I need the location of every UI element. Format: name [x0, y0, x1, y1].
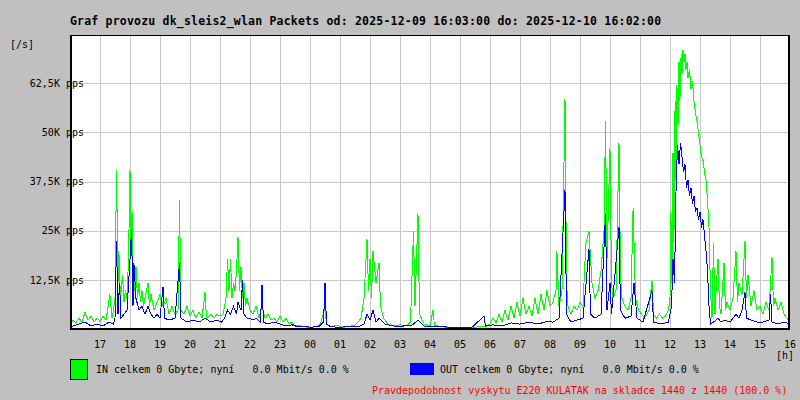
x-tick-label: 23: [268, 339, 292, 351]
x-tick-label: 13: [688, 339, 712, 351]
y-tick-label: 12,5K pps: [0, 275, 84, 287]
x-tick-label: 03: [388, 339, 412, 351]
graph-title: Graf provozu dk_sleis2_wlan Packets od: …: [70, 14, 661, 28]
x-tick-label: 22: [238, 339, 262, 351]
out-legend-swatch: [410, 363, 434, 375]
x-tick-label: 18: [118, 339, 142, 351]
plot-area: [70, 35, 790, 330]
x-tick-label: 02: [358, 339, 382, 351]
x-tick-label: 04: [418, 339, 442, 351]
in-legend-swatch: [70, 359, 88, 380]
x-tick-label: 21: [208, 339, 232, 351]
x-tick-label: 19: [148, 339, 172, 351]
x-tick-label: 01: [328, 339, 352, 351]
y-tick-label: 25K pps: [0, 225, 84, 237]
y-tick-label: 62,5K pps: [0, 78, 84, 90]
traffic-line-chart: [70, 35, 790, 330]
out-legend-label: OUT celkem 0 Gbyte; nyní 0.0 Mbit/s 0.0 …: [440, 364, 699, 375]
x-tick-label: 10: [598, 339, 622, 351]
mrtg-traffic-graph-page: { "title": "Graf provozu dk_sleis2_wlan …: [0, 0, 800, 400]
x-tick-label: 11: [628, 339, 652, 351]
y-axis-unit-label: [/s]: [10, 39, 34, 50]
y-tick-label: 50K pps: [0, 127, 84, 139]
x-tick-label: 08: [538, 339, 562, 351]
x-tick-label: 15: [748, 339, 772, 351]
in-legend-label: IN celkem 0 Gbyte; nyní 0.0 Mbit/s 0.0 %: [96, 364, 349, 375]
x-axis-unit-label: [h]: [770, 350, 794, 361]
x-tick-label: 00: [298, 339, 322, 351]
x-tick-label: 07: [508, 339, 532, 351]
x-tick-label: 05: [448, 339, 472, 351]
x-tick-label: 12: [658, 339, 682, 351]
x-tick-label: 09: [568, 339, 592, 351]
x-tick-label: 14: [718, 339, 742, 351]
availability-notice: Pravdepodobnost vyskytu E220 KULATAK na …: [372, 385, 787, 396]
x-tick-label: 20: [178, 339, 202, 351]
y-tick-label: 37,5K pps: [0, 176, 84, 188]
x-tick-label: 17: [88, 339, 112, 351]
x-tick-label: 06: [478, 339, 502, 351]
